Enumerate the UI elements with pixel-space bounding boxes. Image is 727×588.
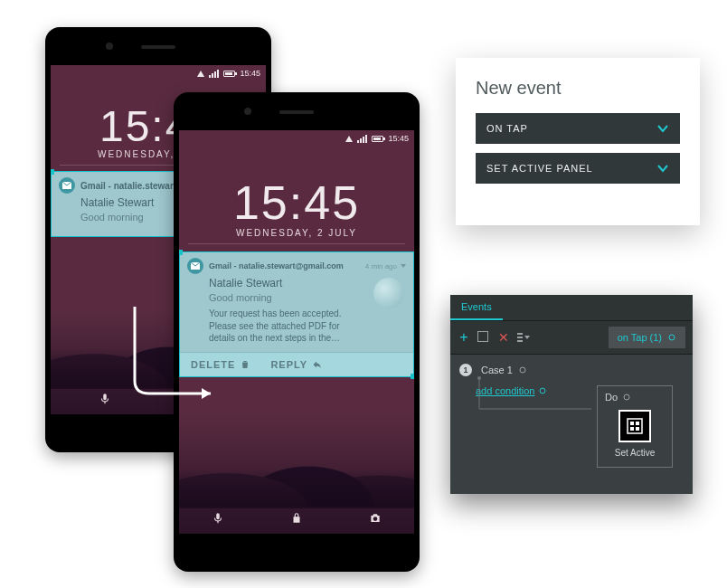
signal-icon: [345, 136, 353, 142]
lock-date: WEDNESDAY, 2 JULY: [179, 228, 414, 238]
mic-icon[interactable]: [99, 393, 111, 409]
svg-rect-9: [636, 427, 639, 431]
action-label: Set Active: [605, 448, 665, 458]
mail-icon: [187, 258, 203, 274]
gear-icon[interactable]: [667, 333, 676, 342]
svg-point-4: [624, 394, 629, 400]
avatar: [373, 278, 404, 308]
do-group[interactable]: Do Set Active: [597, 385, 673, 468]
action-dropdown[interactable]: SET ACTIVE PANEL: [476, 153, 680, 184]
status-time: 15:45: [388, 134, 409, 143]
chevron-down-icon[interactable]: [401, 264, 406, 268]
battery-icon: [223, 71, 235, 77]
new-event-panel: New event ON TAP SET ACTIVE PANEL: [456, 58, 700, 225]
notification-sender: Gmail - natalie.stewart...: [80, 181, 184, 191]
action-value: SET ACTIVE PANEL: [486, 163, 593, 174]
lock-icon[interactable]: [290, 512, 303, 528]
mail-icon: [59, 177, 75, 194]
reply-button[interactable]: REPLY: [270, 359, 323, 370]
lock-nav: [179, 507, 414, 534]
svg-rect-7: [636, 422, 639, 425]
case-index-badge: 1: [459, 364, 472, 376]
battery-icon: [372, 136, 383, 142]
cell-bars-icon: [209, 70, 219, 78]
notification-meta: 4 min ago: [365, 262, 397, 270]
svg-point-1: [477, 376, 481, 380]
svg-rect-5: [628, 419, 642, 433]
lock-clock: 15:45: [179, 175, 414, 230]
trigger-dropdown[interactable]: ON TAP: [476, 113, 680, 144]
chevron-down-icon: [656, 162, 669, 175]
chevron-down-icon: [656, 122, 669, 135]
set-active-action[interactable]: [618, 410, 651, 442]
notification-sender: Gmail - natalie.stewart@gmail.com: [209, 261, 344, 270]
delete-icon[interactable]: ✕: [497, 331, 510, 344]
list-icon[interactable]: [517, 331, 530, 344]
svg-rect-8: [630, 427, 634, 431]
svg-rect-6: [630, 422, 634, 425]
trigger-value: ON TAP: [486, 123, 528, 134]
tab-events[interactable]: Events: [450, 295, 503, 320]
camera-icon[interactable]: [369, 512, 382, 528]
do-label: Do: [605, 392, 618, 403]
status-time: 15:45: [240, 69, 260, 78]
mic-icon[interactable]: [212, 512, 224, 528]
cell-bars-icon: [357, 135, 367, 143]
svg-point-0: [669, 335, 675, 340]
transition-arrow: [124, 303, 223, 412]
signal-icon: [197, 71, 204, 77]
status-bar: 15:45: [51, 65, 266, 81]
event-tab-ontap[interactable]: on Tap (1): [609, 327, 685, 348]
events-panel: Events + ✕ on Tap (1) 1 Case 1 add condi…: [450, 295, 693, 494]
connector-line: [474, 373, 600, 427]
status-bar: 15:45: [179, 130, 414, 147]
add-icon[interactable]: +: [458, 331, 470, 344]
duplicate-icon[interactable]: [477, 331, 490, 344]
new-event-title: New event: [476, 78, 680, 99]
gear-icon[interactable]: [622, 393, 631, 402]
notification-body: Your request has been accepted. Please s…: [209, 308, 363, 345]
